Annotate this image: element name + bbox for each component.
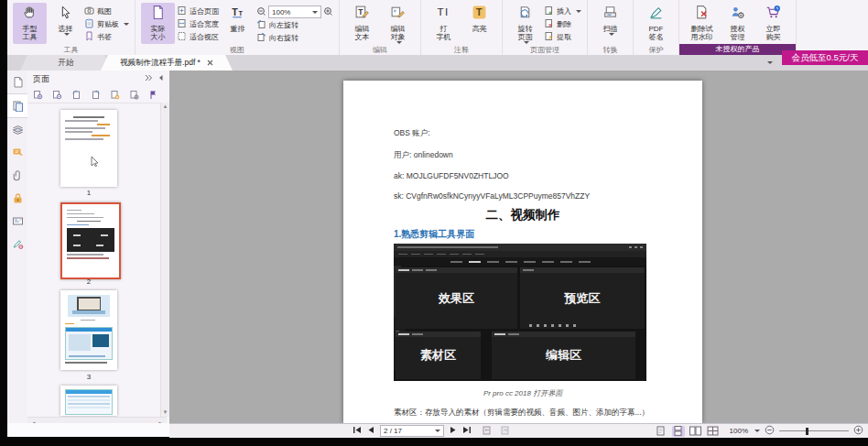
doc-line-ak: ak: MOJLGUFDF5NV0ZHTLJOO (394, 171, 509, 180)
document-canvas[interactable]: OBS 账户: 用户: onlinedown ak: MOJLGUFDF5NV0… (169, 71, 868, 423)
tab-document[interactable]: 视频制作流程手册.pdf * (101, 55, 233, 71)
zoom-in-icon[interactable] (323, 4, 333, 20)
figure-titlebar (394, 244, 646, 251)
edit-object-button[interactable]: 编辑 对象 (381, 3, 415, 44)
layers-panel-icon[interactable] (7, 118, 27, 141)
edit-text-button[interactable]: T 编辑 文本 (345, 3, 379, 44)
insert-page-button[interactable]: 插入 (544, 5, 581, 17)
continuous-view-icon[interactable] (672, 426, 685, 437)
digital-signatures-panel-icon[interactable] (7, 233, 27, 256)
rotate-page-left-icon[interactable] (71, 87, 81, 103)
highlight-button[interactable]: T 高亮 (462, 3, 496, 44)
figure-effects-panel: 效果区 (396, 267, 517, 329)
thumbnail-page-2-selected[interactable] (60, 202, 121, 279)
remove-watermark-button[interactable]: 删除试 用水印 (685, 3, 719, 44)
chevron-down-icon (64, 33, 70, 36)
expand-panel-icon[interactable] (145, 74, 153, 83)
page-number-input[interactable]: 2 / 17 (380, 425, 444, 437)
close-tab-icon[interactable] (207, 59, 213, 68)
status-zoom-value: 100% (730, 427, 748, 435)
doc-line-user: 用户: onlinedown (394, 150, 453, 161)
user-gear-icon (730, 5, 745, 24)
figure-workspace-tabs (394, 257, 646, 266)
page-navigation: 2 / 17 (353, 425, 510, 437)
zoom-out-icon[interactable] (256, 4, 266, 20)
tab-home[interactable]: 开始 (20, 55, 112, 71)
next-page-icon[interactable] (450, 426, 457, 436)
membership-promo-badge[interactable]: 会员低至0.5元/天 (782, 50, 868, 65)
fields-panel-icon[interactable] (7, 210, 27, 233)
actual-size-icon (150, 5, 166, 24)
insert-page-panel-icon[interactable] (110, 87, 120, 103)
attachments-panel-icon[interactable] (7, 164, 27, 187)
chevron-down-icon (312, 11, 318, 14)
thumbnail-page-1[interactable] (60, 110, 117, 187)
pages-panel-title: 页面 (33, 73, 49, 85)
security-panel-icon[interactable] (7, 187, 27, 210)
previous-view-icon[interactable] (483, 426, 494, 437)
editing-area-label: 编辑区 (546, 347, 581, 364)
delete-page-button[interactable]: 删除 (544, 18, 581, 30)
thumbnails-vertical-scrollbar[interactable]: ▲ ▼ (160, 103, 169, 417)
fit-width-button[interactable]: 适合宽度 (177, 18, 219, 30)
hand-tool-button[interactable]: 手型 工具 (13, 3, 47, 44)
bookmark-button[interactable]: 书签 (84, 31, 129, 43)
reduce-thumbnails-icon[interactable] (52, 87, 62, 103)
shopping-cart-icon (765, 5, 781, 24)
next-view-icon[interactable] (499, 426, 510, 437)
rotate-pages-button[interactable]: 旋转 页面 (508, 3, 542, 44)
zoom-slider-handle[interactable] (806, 428, 808, 435)
clipboard-button[interactable]: 剪贴板 (84, 18, 129, 30)
actual-size-button[interactable]: 实际 大小 (141, 3, 175, 44)
typewriter-button[interactable]: TI 打 字机 (427, 3, 461, 44)
extract-page-button[interactable]: 提取 (544, 31, 581, 43)
document-tab-title: 视频制作流程手册.pdf * (120, 58, 201, 69)
fit-visible-button[interactable]: 适合视区 (177, 31, 219, 43)
svg-text:I: I (445, 5, 448, 17)
zoom-out-circle-icon[interactable] (765, 425, 775, 437)
rotate-right-button[interactable]: 向右旋转 (256, 32, 333, 44)
pages-panel-toolbar (27, 87, 169, 103)
scroll-down-icon[interactable]: ▼ (162, 409, 168, 416)
navigation-rail (7, 71, 28, 437)
figure-material-panel: 素材区 (396, 332, 481, 379)
enlarge-thumbnails-icon[interactable] (33, 87, 43, 103)
single-page-view-icon[interactable] (655, 426, 667, 437)
previous-page-icon[interactable] (367, 426, 374, 436)
facing-continuous-view-icon[interactable] (707, 426, 720, 437)
select-tool-button[interactable]: 选择 (49, 3, 82, 44)
buy-now-button[interactable]: 立即 购买 (756, 3, 790, 44)
pdf-sign-button[interactable]: PDF 签名 (639, 3, 673, 44)
page-settings-icon[interactable] (129, 87, 139, 103)
zoom-in-circle-icon[interactable] (853, 425, 863, 437)
ribbon-group-view: 实际 大小 适合页面 适合宽度 适合视区 TT 重排 (136, 0, 340, 55)
first-page-icon[interactable] (353, 426, 362, 436)
pages-panel-icon[interactable] (7, 93, 27, 118)
bookmarks-panel-icon[interactable] (7, 71, 27, 93)
comments-panel-icon[interactable] (7, 141, 27, 164)
mark-pages-icon[interactable] (148, 87, 158, 103)
scroll-up-icon[interactable]: ▲ (162, 103, 168, 110)
chevron-down-icon (524, 41, 529, 44)
status-bar: 2 / 17 100% (169, 423, 868, 438)
collapse-panel-icon[interactable] (157, 74, 164, 83)
thumbnail-page-3[interactable] (60, 290, 117, 370)
tab-list-dropdown-icon[interactable] (767, 61, 773, 64)
reflow-button[interactable]: TT 重排 (221, 3, 255, 44)
rotate-left-button[interactable]: 向左旋转 (256, 19, 333, 31)
last-page-icon[interactable] (462, 426, 472, 436)
scan-button[interactable]: 扫描 (593, 3, 627, 44)
pdf-page: OBS 账户: 用户: onlinedown ak: MOJLGUFDF5NV0… (343, 81, 702, 423)
effects-area-label: 效果区 (439, 290, 474, 307)
zoom-slider[interactable] (779, 426, 849, 437)
fit-page-button[interactable]: 适合页面 (177, 5, 219, 17)
facing-view-icon[interactable] (689, 426, 702, 437)
rotate-page-right-icon[interactable] (91, 87, 101, 103)
rotate-right-icon (256, 32, 266, 44)
zoom-level-input[interactable]: 100% (268, 5, 321, 18)
document-tab-bar: 开始 视频制作流程手册.pdf * (7, 55, 868, 71)
svg-text:T: T (438, 5, 444, 17)
thumbnail-page-4[interactable] (60, 386, 117, 416)
snapshot-button[interactable]: 截图 (84, 5, 129, 17)
license-management-button[interactable]: 授权 管理 (721, 3, 754, 44)
